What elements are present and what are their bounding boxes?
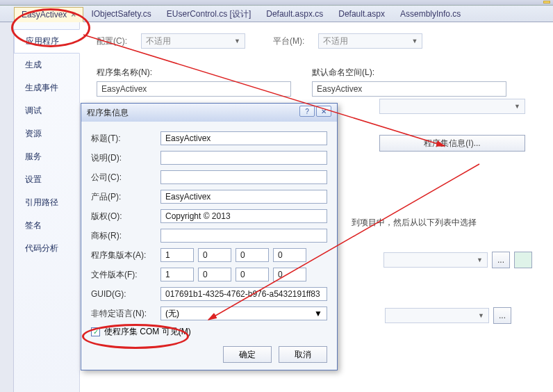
sidenav-item-application[interactable]: 应用程序 bbox=[14, 29, 80, 54]
assembly-name-label: 程序集名称(N): bbox=[97, 67, 291, 79]
assembly-version-label: 程序集版本(A): bbox=[91, 250, 160, 261]
tab-eusercontrol[interactable]: EUserControl.cs [设计] bbox=[159, 6, 258, 22]
guid-input[interactable]: 017691b1-4325-4762-b976-a5432191ff83 bbox=[160, 287, 327, 301]
tab-label: AssemblyInfo.cs bbox=[400, 9, 461, 19]
product-label: 产品(P): bbox=[91, 191, 160, 203]
asmver-major[interactable]: 1 bbox=[160, 248, 194, 262]
tab-label: EasyActivex bbox=[22, 10, 67, 19]
chevron-down-icon: ▼ bbox=[234, 38, 240, 44]
filever-rev[interactable]: 0 bbox=[273, 268, 306, 281]
icon-dropdown[interactable]: ▼ bbox=[383, 252, 488, 268]
assembly-info-button[interactable]: 程序集信息(I)... bbox=[379, 135, 525, 152]
chevron-down-icon: ▼ bbox=[514, 103, 520, 110]
neutral-lang-dropdown[interactable]: (无)▼ bbox=[160, 307, 327, 320]
tab-default-aspx[interactable]: Default.aspx bbox=[331, 6, 393, 22]
tab-label: IObjectSafety.cs bbox=[91, 9, 151, 19]
trademark-input[interactable] bbox=[160, 229, 327, 243]
property-sidenav: 应用程序 生成 生成事件 调试 资源 服务 设置 引用路径 签名 代码分析 bbox=[14, 22, 80, 392]
close-icon[interactable]: × bbox=[71, 10, 76, 19]
title-input[interactable]: EasyActivex bbox=[160, 131, 327, 145]
vs-glyph bbox=[543, 1, 550, 3]
tab-label: Default.aspx bbox=[338, 9, 385, 19]
platform-label: 平台(M): bbox=[273, 35, 304, 47]
company-label: 公司(C): bbox=[91, 172, 160, 183]
tab-easyactivex[interactable]: EasyActivex × bbox=[14, 7, 83, 22]
description-label: 说明(D): bbox=[91, 152, 160, 164]
assembly-info-dialog: 程序集信息 ? ✕ 标题(T):EasyActivex 说明(D): 公司(C)… bbox=[81, 103, 338, 370]
help-text: 到项目中，然后从以下列表中选择 bbox=[352, 217, 532, 229]
config-value: 不适用 bbox=[146, 35, 171, 47]
left-gutter bbox=[0, 22, 14, 392]
filever-minor[interactable]: 0 bbox=[198, 268, 231, 281]
document-tabs: EasyActivex × IObjectSafety.cs EUserCont… bbox=[0, 6, 553, 22]
icon-preview bbox=[514, 252, 532, 268]
default-namespace-label: 默认命名空间(L): bbox=[312, 67, 506, 79]
tab-label: Default.aspx.cs bbox=[266, 9, 323, 19]
browse-manifest-button[interactable]: ... bbox=[493, 307, 511, 324]
tab-default-aspx-cs[interactable]: Default.aspx.cs bbox=[258, 6, 331, 22]
default-namespace-input[interactable]: EasyActivex bbox=[312, 81, 506, 97]
sidenav-item-build[interactable]: 生成 bbox=[14, 54, 79, 76]
config-dropdown[interactable]: 不适用 ▼ bbox=[141, 33, 245, 49]
chevron-down-icon: ▼ bbox=[478, 312, 484, 319]
title-label: 标题(T): bbox=[91, 133, 160, 145]
assembly-name-value: EasyActivex bbox=[101, 84, 147, 94]
help-icon[interactable]: ? bbox=[299, 106, 315, 117]
target-framework-dropdown[interactable]: ▼ bbox=[379, 99, 525, 114]
trademark-label: 商标(R): bbox=[91, 230, 160, 242]
tab-assemblyinfo[interactable]: AssemblyInfo.cs bbox=[393, 6, 468, 22]
assembly-name-input[interactable]: EasyActivex bbox=[97, 81, 291, 97]
com-visible-checkbox[interactable]: ✓ bbox=[91, 327, 100, 336]
com-visible-label: 使程序集 COM 可见(M) bbox=[104, 326, 191, 338]
sidenav-item-settings[interactable]: 设置 bbox=[14, 168, 79, 191]
ok-button[interactable]: 确定 bbox=[223, 346, 272, 363]
platform-value: 不适用 bbox=[323, 35, 348, 47]
dialog-titlebar[interactable]: 程序集信息 ? ✕ bbox=[81, 104, 337, 122]
default-namespace-value: EasyActivex bbox=[317, 84, 362, 94]
company-input[interactable] bbox=[160, 170, 327, 184]
tab-label: EUserControl.cs [设计] bbox=[167, 8, 251, 20]
browse-button[interactable]: ... bbox=[492, 252, 510, 268]
sidenav-item-build-events[interactable]: 生成事件 bbox=[14, 76, 79, 99]
asmver-build[interactable]: 0 bbox=[236, 248, 269, 262]
guid-label: GUID(G): bbox=[91, 289, 160, 299]
dialog-title: 程序集信息 bbox=[87, 107, 129, 119]
chevron-down-icon: ▼ bbox=[477, 256, 483, 263]
chevron-down-icon: ▼ bbox=[314, 309, 322, 318]
sidenav-item-resources[interactable]: 资源 bbox=[14, 122, 79, 145]
config-label: 配置(C): bbox=[97, 35, 127, 47]
cancel-button[interactable]: 取消 bbox=[279, 346, 327, 363]
sidenav-item-reference-paths[interactable]: 引用路径 bbox=[14, 191, 79, 214]
close-icon[interactable]: ✕ bbox=[316, 106, 331, 117]
description-input[interactable] bbox=[160, 151, 327, 165]
tab-iobjectsafety[interactable]: IObjectSafety.cs bbox=[83, 6, 158, 22]
sidenav-item-code-analysis[interactable]: 代码分析 bbox=[14, 237, 79, 260]
asmver-minor[interactable]: 0 bbox=[198, 248, 231, 262]
asmver-rev[interactable]: 0 bbox=[273, 248, 306, 262]
sidenav-item-signing[interactable]: 签名 bbox=[14, 214, 79, 237]
copyright-label: 版权(O): bbox=[91, 211, 160, 222]
chevron-down-icon: ▼ bbox=[411, 38, 418, 44]
neutral-lang-label: 非特定语言(N): bbox=[91, 308, 160, 320]
manifest-dropdown[interactable]: ▼ bbox=[385, 308, 489, 323]
copyright-input[interactable]: Copyright © 2013 bbox=[160, 209, 327, 223]
platform-dropdown[interactable]: 不适用 ▼ bbox=[318, 33, 422, 49]
filever-build[interactable]: 0 bbox=[236, 268, 269, 281]
file-version-label: 文件版本(F): bbox=[91, 269, 160, 281]
product-input[interactable]: EasyActivex bbox=[160, 190, 327, 204]
sidenav-item-services[interactable]: 服务 bbox=[14, 145, 79, 168]
sidenav-item-debug[interactable]: 调试 bbox=[14, 99, 79, 122]
filever-major[interactable]: 1 bbox=[160, 268, 194, 281]
